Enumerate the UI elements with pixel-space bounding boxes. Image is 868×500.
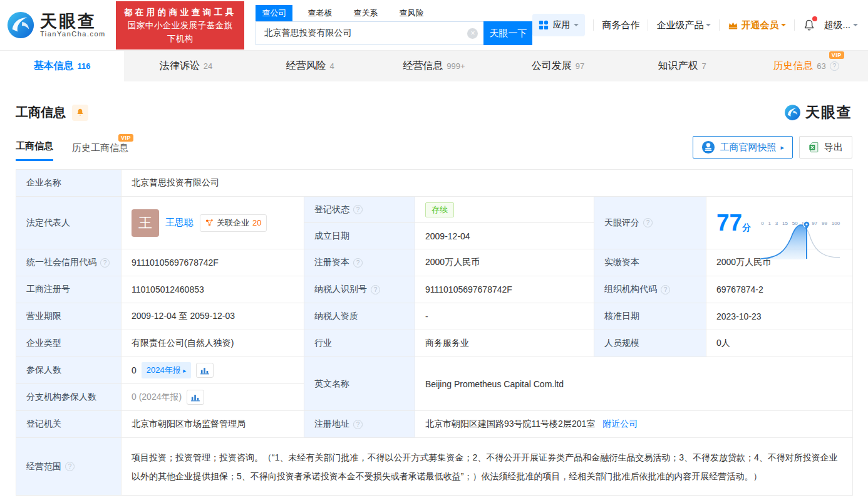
divider bbox=[794, 19, 795, 31]
field-taxpayer-quality-label: 纳税人资质 bbox=[304, 303, 415, 330]
field-org-code-value: 69767874-2 bbox=[706, 276, 853, 303]
official-snapshot-button[interactable]: 工商官网快照 ▸ bbox=[693, 136, 793, 159]
tab-count: 97 bbox=[576, 61, 584, 71]
chevron-down-icon bbox=[853, 24, 858, 29]
help-icon[interactable]: ? bbox=[65, 462, 75, 471]
help-icon[interactable]: ? bbox=[100, 258, 110, 268]
tab-count: 4 bbox=[329, 61, 334, 71]
search-tab-company[interactable]: 查公司 bbox=[256, 5, 292, 21]
related-companies-badge[interactable]: 关联企业 20 bbox=[200, 214, 267, 232]
legal-rep-name-link[interactable]: 王思聪 bbox=[165, 217, 194, 229]
related-companies-count: 20 bbox=[252, 218, 261, 227]
search-button[interactable]: 天眼一下 bbox=[483, 21, 532, 45]
field-reg-address-value: 北京市朝阳区建国路93号院11号楼2层201室 附近公司 bbox=[415, 411, 853, 438]
field-english-name-value: Beijing Prometheus Capital Com.ltd bbox=[415, 357, 853, 411]
help-icon[interactable]: ? bbox=[643, 218, 653, 227]
vip-badge: VIP bbox=[118, 134, 133, 142]
field-company-type-label: 企业类型 bbox=[16, 330, 121, 357]
notifications-bell[interactable] bbox=[803, 18, 815, 32]
help-icon[interactable]: ? bbox=[353, 205, 363, 214]
field-score-label: 天眼评分? bbox=[594, 197, 706, 249]
tab-operation-risk[interactable]: 经营风险 4 bbox=[248, 51, 372, 81]
field-credit-code-label: 统一社会信用代码? bbox=[16, 249, 121, 276]
field-org-code-label: 组织机构代码? bbox=[594, 276, 706, 303]
help-icon[interactable]: ? bbox=[353, 420, 363, 429]
nav-cooperation[interactable]: 商务合作 bbox=[602, 19, 639, 31]
field-company-name-label: 企业名称 bbox=[16, 170, 121, 197]
field-reg-authority-label: 登记机关 bbox=[16, 411, 121, 438]
field-legal-rep-label: 法定代表人 bbox=[16, 197, 121, 249]
field-approval-date-label: 核准日期 bbox=[594, 303, 706, 330]
search-tab-boss[interactable]: 查老板 bbox=[301, 5, 338, 21]
branch-insured-trend-button[interactable] bbox=[187, 390, 204, 405]
network-icon bbox=[205, 219, 214, 227]
export-button[interactable]: 导出 bbox=[799, 136, 852, 159]
search-tab-relation[interactable]: 查关系 bbox=[347, 5, 384, 21]
field-english-name-label: 英文名称 bbox=[304, 357, 415, 411]
field-reg-number-value: 110105012460853 bbox=[121, 276, 304, 303]
insured-trend-button[interactable] bbox=[196, 363, 214, 378]
tab-count: 7 bbox=[701, 61, 706, 71]
field-reg-capital-label: 注册资本? bbox=[304, 249, 415, 276]
main-content: 工商信息 天眼查 工商信息 VIP 历史工商信息 bbox=[0, 81, 868, 500]
field-staff-size-value: 0人 bbox=[706, 330, 853, 357]
field-approval-date-value: 2023-10-23 bbox=[706, 303, 853, 330]
search-tab-risk[interactable]: 查风险 bbox=[393, 5, 430, 21]
field-paid-capital-label: 实缴资本 bbox=[594, 249, 706, 276]
field-business-scope-value: 项目投资；投资管理；投资咨询。（“1、未经有关部门批准，不得以公开方式募集资金；… bbox=[121, 438, 853, 496]
subtab-business-info[interactable]: 工商信息 bbox=[16, 140, 53, 161]
tab-basic-info[interactable]: 基本信息 116 bbox=[0, 51, 124, 81]
grid-icon bbox=[539, 20, 549, 30]
field-company-name-value: 北京普思投资有限公司 bbox=[121, 170, 853, 197]
field-insured-count-value: 0 2024年报 ▸ bbox=[121, 357, 304, 384]
tab-history-info[interactable]: VIP 历史信息 63 ? bbox=[744, 51, 868, 81]
tab-legal-litigation[interactable]: 法律诉讼 24 bbox=[124, 51, 248, 81]
field-taxpayer-quality-value: - bbox=[415, 303, 594, 330]
vip-badge: VIP bbox=[829, 51, 844, 59]
site-logo[interactable]: 天眼查 TianYanCha.com bbox=[6, 11, 106, 39]
tab-company-development[interactable]: 公司发展 97 bbox=[496, 51, 620, 81]
nav-open-vip[interactable]: 开通会员 bbox=[728, 19, 786, 31]
logo-brand: 天眼查 bbox=[40, 13, 106, 30]
export-label: 导出 bbox=[824, 142, 843, 154]
logo-domain: TianYanCha.com bbox=[40, 30, 106, 38]
chevron-right-icon: ▸ bbox=[183, 367, 186, 374]
excel-icon bbox=[809, 142, 820, 153]
field-branch-insured-value: 0 (2024年报) bbox=[121, 384, 304, 411]
subtab-history-business-info[interactable]: VIP 历史工商信息 bbox=[72, 142, 128, 161]
score-number: 77 bbox=[716, 210, 742, 236]
tab-operation-info[interactable]: 经营信息 999+ bbox=[372, 51, 496, 81]
top-header: 天眼查 TianYanCha.com 都在用的商业查询工具 国家中小企业发展子基… bbox=[0, 0, 868, 50]
field-reg-address-label: 注册地址? bbox=[304, 411, 415, 438]
field-business-scope-label: 经营范围? bbox=[16, 438, 121, 496]
field-reg-number-label: 工商注册号 bbox=[16, 276, 121, 303]
tab-label: 公司发展 bbox=[532, 60, 572, 73]
help-icon[interactable]: ? bbox=[830, 61, 839, 71]
open-vip-label: 开通会员 bbox=[741, 19, 778, 31]
stamp-icon bbox=[701, 140, 715, 154]
watermark-brand: 天眼查 bbox=[805, 103, 852, 122]
field-industry-value: 商务服务业 bbox=[415, 330, 594, 357]
tianyancha-watermark: 天眼查 bbox=[784, 103, 852, 122]
tab-intellectual-property[interactable]: 知识产权 7 bbox=[620, 51, 744, 81]
search-input[interactable] bbox=[256, 28, 483, 38]
help-icon[interactable]: ? bbox=[353, 258, 363, 268]
search-input-box: × bbox=[256, 21, 483, 45]
field-taxpayer-id-value: 91110105697678742F bbox=[415, 276, 594, 303]
nav-enterprise[interactable]: 企业级产品 bbox=[656, 19, 711, 31]
promo-line2: 国家中小企业发展子基金旗下机构 bbox=[123, 19, 237, 45]
related-companies-label: 关联企业 bbox=[217, 217, 249, 229]
help-icon[interactable]: ? bbox=[661, 285, 670, 294]
tab-label: 法律诉讼 bbox=[160, 60, 200, 73]
field-credit-code-value: 91110105697678742F bbox=[121, 249, 304, 276]
annual-report-pill[interactable]: 2024年报 ▸ bbox=[142, 362, 192, 378]
top-nav: 应用 商务合作 企业级产品 开通会员 超级... bbox=[532, 14, 858, 36]
nearby-companies-link[interactable]: 附近公司 bbox=[602, 419, 638, 429]
promo-line1: 都在用的商业查询工具 bbox=[123, 6, 237, 19]
nav-account[interactable]: 超级... bbox=[824, 19, 858, 31]
legal-rep-avatar[interactable]: 王 bbox=[132, 209, 159, 237]
help-icon[interactable]: ? bbox=[371, 285, 380, 294]
apps-menu[interactable]: 应用 bbox=[532, 14, 585, 36]
account-label: 超级... bbox=[824, 19, 850, 31]
monitor-bell-button[interactable] bbox=[72, 105, 88, 121]
